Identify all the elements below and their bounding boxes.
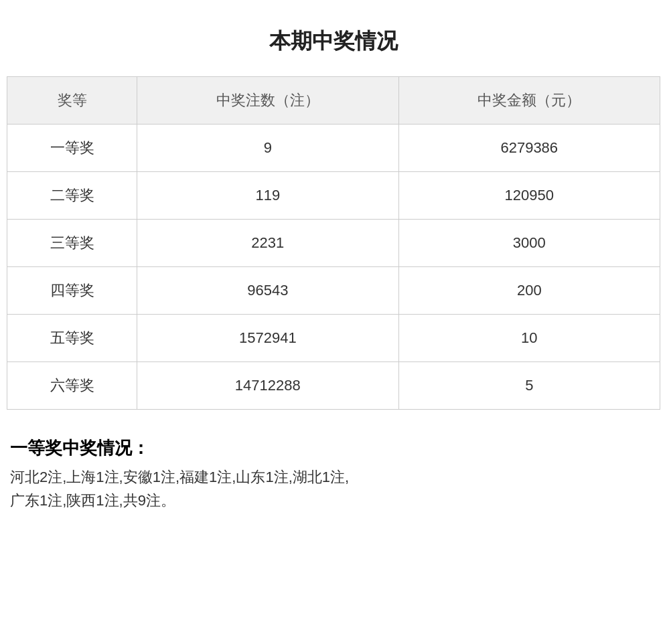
cell-level: 二等奖: [7, 172, 137, 220]
table-row: 六等奖147122885: [7, 362, 660, 410]
table-header-row: 奖等 中奖注数（注） 中奖金额（元）: [7, 77, 660, 125]
cell-amount: 5: [398, 362, 660, 410]
first-prize-title: 一等奖中奖情况：: [10, 436, 657, 460]
cell-level: 六等奖: [7, 362, 137, 410]
cell-count: 9: [137, 125, 398, 172]
cell-amount: 10: [398, 315, 660, 362]
table-row: 二等奖119120950: [7, 172, 660, 220]
cell-count: 14712288: [137, 362, 398, 410]
first-prize-detail-line1: 河北2注,上海1注,安徽1注,福建1注,山东1注,湖北1注,: [10, 465, 657, 489]
table-row: 四等奖96543200: [7, 267, 660, 315]
col-header-level: 奖等: [7, 77, 137, 125]
cell-level: 四等奖: [7, 267, 137, 315]
cell-count: 1572941: [137, 315, 398, 362]
cell-count: 119: [137, 172, 398, 220]
first-prize-detail-line2: 广东1注,陕西1注,共9注。: [10, 489, 657, 512]
page-title: 本期中奖情况: [7, 13, 660, 76]
cell-level: 一等奖: [7, 125, 137, 172]
cell-count: 96543: [137, 267, 398, 315]
cell-count: 2231: [137, 220, 398, 267]
cell-amount: 120950: [398, 172, 660, 220]
cell-level: 五等奖: [7, 315, 137, 362]
cell-amount: 200: [398, 267, 660, 315]
col-header-amount: 中奖金额（元）: [398, 77, 660, 125]
cell-level: 三等奖: [7, 220, 137, 267]
cell-amount: 3000: [398, 220, 660, 267]
table-row: 五等奖157294110: [7, 315, 660, 362]
prize-table: 奖等 中奖注数（注） 中奖金额（元） 一等奖96279386二等奖1191209…: [7, 76, 660, 410]
cell-amount: 6279386: [398, 125, 660, 172]
table-row: 一等奖96279386: [7, 125, 660, 172]
first-prize-section: 一等奖中奖情况： 河北2注,上海1注,安徽1注,福建1注,山东1注,湖北1注, …: [7, 430, 660, 519]
table-row: 三等奖22313000: [7, 220, 660, 267]
page-container: 本期中奖情况 奖等 中奖注数（注） 中奖金额（元） 一等奖96279386二等奖…: [0, 0, 667, 532]
col-header-count: 中奖注数（注）: [137, 77, 398, 125]
